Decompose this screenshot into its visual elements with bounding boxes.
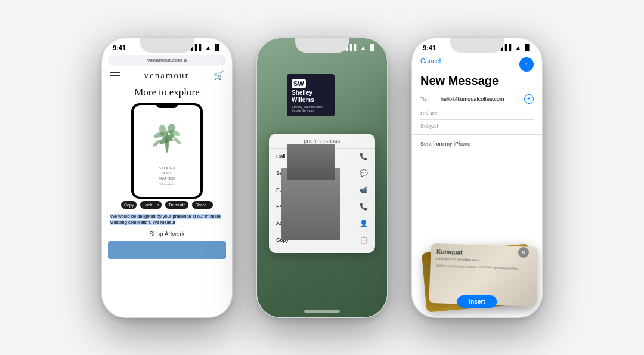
phone-2: ▌▌▌ ▲ ▐▌ SW Shelley Willems <box>256 38 388 318</box>
inner-phone-wrapper-outer: DELFINA AND MATTEO 02.21.2021 <box>102 103 232 199</box>
address-text: venamour.com a <box>147 57 187 63</box>
signal-icon-3: ▌▌▌ <box>501 44 513 51</box>
phone-3: 9:41 ▌▌▌ ▲ ▐▌ Cancel ↑ New Mess <box>411 38 543 318</box>
status-bar-2: ▌▌▌ ▲ ▐▌ <box>257 38 387 52</box>
phone-2-screen: ▌▌▌ ▲ ▐▌ SW Shelley Willems <box>257 38 387 317</box>
look-up-btn[interactable]: Look Up <box>140 201 162 209</box>
email-body-text: Sent from my iPhone <box>420 141 470 147</box>
sign-subtitle: Shelley Willems Real Estate Services <box>292 105 330 113</box>
sign-initials: SW <box>292 79 306 88</box>
email-header: Cancel ↑ New Message To: hello@kumquatco… <box>412 53 542 135</box>
inner-card-text1: DELFINA <box>159 166 176 171</box>
battery-icon-2: ▐▌ <box>368 44 376 51</box>
status-bar-1: 9:41 ▌▌▌ ▲ ▐▌ <box>102 38 232 53</box>
cancel-button[interactable]: Cancel <box>420 57 441 64</box>
subject-field[interactable]: Subject: <box>420 120 534 132</box>
phone-3-content: 9:41 ▌▌▌ ▲ ▐▌ Cancel ↑ New Mess <box>412 38 542 317</box>
insert-btn-wrap: insert <box>457 295 497 308</box>
phone-1-content: 9:41 ▌▌▌ ▲ ▐▌ venamour.com a <box>102 38 232 317</box>
to-value: hello@kumquatcoffee.com <box>441 96 504 102</box>
blue-banner <box>108 241 226 259</box>
subject-label: Subject: <box>420 123 440 129</box>
send-button[interactable]: ↑ <box>519 57 534 72</box>
brand-logo: venamour <box>144 70 190 81</box>
scene: 9:41 ▌▌▌ ▲ ▐▌ venamour.com a <box>0 0 644 355</box>
email-body[interactable]: Sent from my iPhone <box>412 135 542 239</box>
sign-name: Shelley Willems <box>292 89 330 104</box>
sign-board: SW Shelley Willems Shelley Willems Real … <box>287 74 335 116</box>
cc-bcc-label: Cc/Bcc: <box>420 110 439 116</box>
selected-text-block: We would be delighted by your presence a… <box>110 214 224 226</box>
battery-icon-3: ▐▌ <box>523 44 531 51</box>
add-recipient-icon[interactable]: + <box>524 94 534 104</box>
hamburger-menu[interactable] <box>110 72 120 79</box>
copy-btn[interactable]: Copy <box>121 201 137 209</box>
battery-icon-1: ▐▌ <box>213 44 221 51</box>
building-bg <box>257 144 387 240</box>
cart-icon[interactable]: 🛒 <box>213 70 224 80</box>
building-upper <box>287 144 335 180</box>
status-time-1: 9:41 <box>113 44 126 51</box>
wifi-icon-3: ▲ <box>515 44 521 51</box>
inner-card-text2: AND <box>163 171 171 175</box>
floral-decoration <box>146 118 188 166</box>
nav-bar-1: venamour 🛒 <box>102 68 232 83</box>
svg-point-6 <box>172 136 182 145</box>
business-card-area: Kumquat hello@kumquatcoffee.com 4936 Yor… <box>418 242 536 314</box>
wifi-icon-2: ▲ <box>360 44 366 51</box>
inner-screen: DELFINA AND MATTEO 02.21.2021 <box>134 105 200 197</box>
inner-notch <box>156 103 178 108</box>
inner-phone-mockup: DELFINA AND MATTEO 02.21.2021 <box>131 103 203 199</box>
phone-1: 9:41 ▌▌▌ ▲ ▐▌ venamour.com a <box>101 38 233 318</box>
email-title: New Message <box>420 74 534 88</box>
to-field[interactable]: To: hello@kumquatcoffee.com + <box>420 91 534 107</box>
send-icon: ↑ <box>525 61 528 67</box>
signal-icon-2: ▌▌▌ <box>346 44 358 51</box>
to-label: To: <box>420 96 438 102</box>
status-icons-2: ▌▌▌ ▲ ▐▌ <box>346 44 376 51</box>
status-icons-3: ▌▌▌ ▲ ▐▌ <box>501 44 531 51</box>
status-time-3: 9:41 <box>423 44 436 51</box>
share-btn[interactable]: Share... <box>192 201 213 209</box>
inner-card-date: 02.21.2021 <box>159 182 174 186</box>
phone-2-content: ▌▌▌ ▲ ▐▌ SW Shelley Willems <box>257 38 387 317</box>
phone-1-screen: 9:41 ▌▌▌ ▲ ▐▌ venamour.com a <box>102 38 232 317</box>
cc-bcc-field[interactable]: Cc/Bcc: <box>420 107 534 120</box>
page-heading: More to explore <box>102 87 232 98</box>
signal-icon-1: ▌▌▌ <box>191 44 203 51</box>
insert-button[interactable]: insert <box>457 295 497 308</box>
inner-card-text3: MATTEO <box>159 176 175 181</box>
status-bar-3: 9:41 ▌▌▌ ▲ ▐▌ <box>412 38 542 53</box>
highlighted-text: We would be delighted by your presence a… <box>110 214 221 226</box>
context-menu-strip: Copy Look Up Translate Share... <box>108 201 226 209</box>
home-indicator-2 <box>304 310 340 313</box>
email-header-top: Cancel ↑ <box>420 57 534 72</box>
phone-3-screen: 9:41 ▌▌▌ ▲ ▐▌ Cancel ↑ New Mess <box>412 38 542 317</box>
shop-artwork-link[interactable]: Shop Artwork <box>102 231 232 237</box>
wifi-icon-1: ▲ <box>205 44 211 51</box>
biz-address: 4936 York Blvd Los Angeles CA 90042 @kum… <box>436 264 531 271</box>
translate-btn[interactable]: Translate <box>165 201 188 209</box>
status-icons-1: ▌▌▌ ▲ ▐▌ <box>191 44 221 51</box>
address-bar-1[interactable]: venamour.com a <box>108 55 226 66</box>
close-badge[interactable]: ✕ <box>518 247 529 258</box>
